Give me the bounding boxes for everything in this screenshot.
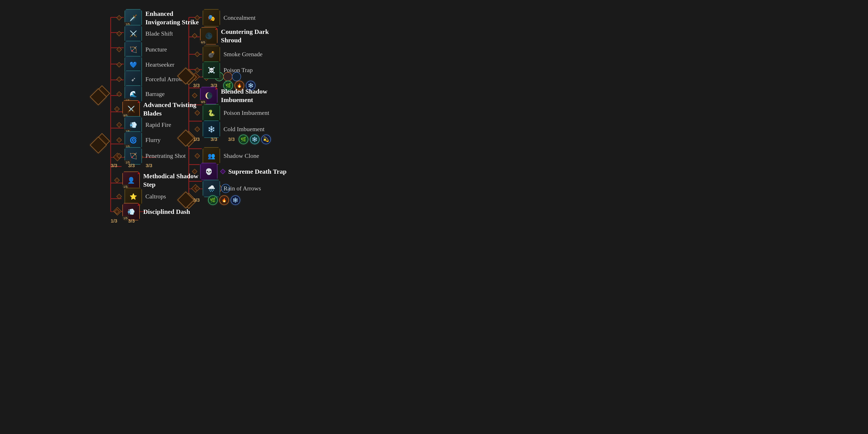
node-barrage[interactable]: 🌊 1/5 Barrage	[117, 85, 165, 103]
hub-node-left-lower[interactable]	[90, 136, 107, 153]
node-blade-shift[interactable]: ⚔️ Blade Shift	[117, 25, 173, 42]
skill-icon-countering-dark-shroud[interactable]: 🌑 6/5 ✕	[200, 27, 217, 45]
connector-diamond	[114, 106, 120, 112]
skill-name-penetrating-shot: Penetrating Shot	[145, 152, 186, 160]
node-poison-trap[interactable]: ☠️ Poison Trap	[195, 61, 253, 79]
passive-row-right-bottom: 3/3 🌿 🔥 ❄️	[193, 195, 240, 205]
connector-diamond	[194, 52, 200, 57]
circle-passive-green-3[interactable]: 🌿	[208, 195, 218, 205]
skill-name-methodical-shadow-step: Methodical ShadowStep	[143, 172, 198, 189]
passive-label-2: 3/3	[128, 163, 135, 169]
passive-label-1: 3/3	[111, 163, 117, 169]
skill-name-advanced-twisting-blades: Advanced TwistingBlades	[143, 100, 196, 117]
hub-node-left-mid[interactable]	[90, 88, 107, 105]
skill-icon-disciplined-dash[interactable]: 💨 1/5 ✕	[122, 203, 140, 220]
skill-name-flurry: Flurry	[145, 137, 161, 144]
passive-label-r3: 1/3	[193, 137, 200, 142]
skill-name-forceful-arrow: Forceful Arrow	[145, 76, 183, 83]
node-caltrops[interactable]: ⭐ Caltrops	[117, 188, 166, 205]
skill-icon-shadow-clone[interactable]: 👥	[203, 147, 220, 165]
node-flurry[interactable]: 🌀 1/5 Flurry	[117, 132, 161, 149]
skill-icon-advanced-twisting-blades[interactable]: ⚔️ 9/5 ✕	[122, 100, 140, 118]
connector-diamond	[116, 122, 122, 127]
skill-name-heartseeker: Heartseeker	[145, 61, 175, 68]
connector-diamond	[114, 177, 120, 183]
skill-icon-caltrops[interactable]: ⭐	[125, 188, 142, 205]
skill-icon-blended-shadow-imbuement[interactable]: 🌘 9/5 ✕	[200, 87, 217, 104]
connector-diamond	[194, 15, 200, 21]
node-advanced-twisting-blades[interactable]: ⚔️ 9/5 ✕ Advanced TwistingBlades	[115, 100, 196, 118]
skill-name-enhanced-invigorating-strike: EnhancedInvigorating Strike	[145, 9, 199, 26]
skill-icon-supreme-death-trap[interactable]: 💀	[200, 163, 217, 180]
connector-diamond	[192, 93, 197, 98]
skill-name-rain-of-arrows: Rain of Arrows	[223, 185, 261, 192]
node-methodical-shadow-step[interactable]: 👤 1/5 ✕ Methodical ShadowStep	[115, 172, 198, 189]
connector-diamond	[116, 15, 122, 21]
circle-passive-blue-2[interactable]: 💫	[261, 135, 271, 144]
connector-diamond	[116, 194, 122, 199]
node-rain-of-arrows[interactable]: 🌧️ Rain of Arrows	[195, 180, 261, 197]
node-concealment[interactable]: 🎭 Concealment	[195, 9, 256, 27]
connector-diamond-2	[220, 169, 225, 174]
connector-diamond	[116, 47, 122, 52]
node-blended-shadow-imbuement[interactable]: 🌘 9/5 ✕ Blended ShadowImbuement	[193, 87, 267, 104]
connector-diamond	[194, 110, 200, 116]
skill-icon-barrage[interactable]: 🌊 1/5	[125, 85, 142, 103]
node-enhanced-invigorating-strike[interactable]: 🗡️ 1/5 EnhancedInvigorating Strike	[117, 9, 199, 27]
skill-name-blended-shadow-imbuement: Blended ShadowImbuement	[221, 87, 267, 104]
skill-icon-flurry[interactable]: 🌀 1/5	[125, 132, 142, 149]
node-penetrating-shot[interactable]: 🏹 1/5 Penetrating Shot	[117, 147, 186, 165]
skill-name-caltrops: Caltrops	[145, 193, 166, 200]
x-mark-methodical-shadow-step: ✕	[137, 170, 141, 176]
passive-label-r4: 3/3	[211, 137, 217, 142]
node-smoke-grenade[interactable]: 💣 Smoke Grenade	[195, 46, 262, 63]
skill-icon-blade-shift[interactable]: ⚔️	[125, 25, 142, 42]
connector-diamond	[192, 169, 197, 174]
node-shadow-clone[interactable]: 👥 Shadow Clone	[195, 147, 259, 165]
skill-icon-enhanced-invigorating-strike[interactable]: 🗡️ 1/5	[125, 9, 142, 27]
skill-icon-penetrating-shot[interactable]: 🏹 1/5	[125, 147, 142, 165]
circle-passive-teal[interactable]: ❄️	[250, 135, 259, 144]
circle-passive-green-2[interactable]: 🌿	[239, 135, 248, 144]
passive-label-r5: 3/3	[228, 137, 235, 142]
skill-name-concealment: Concealment	[223, 14, 256, 21]
skill-name-shadow-clone: Shadow Clone	[223, 152, 259, 160]
skill-name-cold-imbuement: Cold Imbuement	[223, 126, 265, 133]
connector-diamond	[194, 67, 200, 73]
connector-diamond	[116, 77, 122, 82]
badge-blended-shadow-imbuement: 9/5	[200, 100, 206, 104]
skill-icon-puncture[interactable]: 🏹	[125, 41, 142, 58]
connector-diamond	[116, 31, 122, 36]
skill-icon-poison-trap[interactable]: ☠️	[203, 61, 220, 79]
skill-icon-methodical-shadow-step[interactable]: 👤 1/5 ✕	[122, 172, 140, 189]
skill-icon-poison-imbuement[interactable]: 🐍	[203, 104, 220, 122]
circle-passive-orange-2[interactable]: 🔥	[219, 195, 229, 205]
badge-countering-dark-shroud: 6/5	[200, 40, 206, 45]
skill-icon-rain-of-arrows[interactable]: 🌧️	[203, 180, 220, 197]
node-supreme-death-trap[interactable]: 💀 Supreme Death Trap	[193, 163, 286, 180]
hub-node-right-lower[interactable]	[177, 129, 194, 147]
passive-row-right-imbuement: 1/3 3/3 3/3 🌿 ❄️ 💫	[193, 135, 271, 144]
connector-diamond	[114, 209, 120, 214]
skill-name-supreme-death-trap: Supreme Death Trap	[228, 168, 286, 175]
node-puncture[interactable]: 🏹 Puncture	[117, 41, 167, 58]
skill-name-rapid-fire: Rapid Fire	[145, 121, 171, 128]
node-disciplined-dash[interactable]: 💨 1/5 ✕ Disciplined Dash	[115, 203, 190, 220]
skill-icon-rapid-fire[interactable]: 💨 1/5	[125, 116, 142, 134]
skill-name-blade-shift: Blade Shift	[145, 30, 173, 37]
node-poison-imbuement[interactable]: 🐍 Poison Imbuement	[195, 104, 269, 122]
skill-icon-smoke-grenade[interactable]: 💣	[203, 46, 220, 63]
skill-icon-concealment[interactable]: 🎭	[203, 9, 220, 27]
connector-diamond	[116, 153, 122, 158]
passive-row-left-mid: 3/3 3/3 3/3	[111, 163, 152, 169]
x-mark-countering-dark-shroud: ✕	[215, 26, 219, 31]
circle-passive-blue-3[interactable]: ❄️	[231, 195, 240, 205]
skill-tree: 🗡️ 1/5 EnhancedInvigorating Strike ⚔️ Bl…	[0, 0, 868, 434]
node-rapid-fire[interactable]: 💨 1/5 Rapid Fire	[117, 116, 171, 134]
skill-name-countering-dark-shroud: Countering DarkShroud	[221, 27, 269, 44]
connector-diamond	[116, 91, 122, 97]
passive-label-5: 3/3	[128, 218, 135, 224]
connector-diamond	[116, 137, 122, 143]
node-countering-dark-shroud[interactable]: 🌑 6/5 ✕ Countering DarkShroud	[193, 27, 269, 45]
connector-diamond	[194, 126, 200, 132]
